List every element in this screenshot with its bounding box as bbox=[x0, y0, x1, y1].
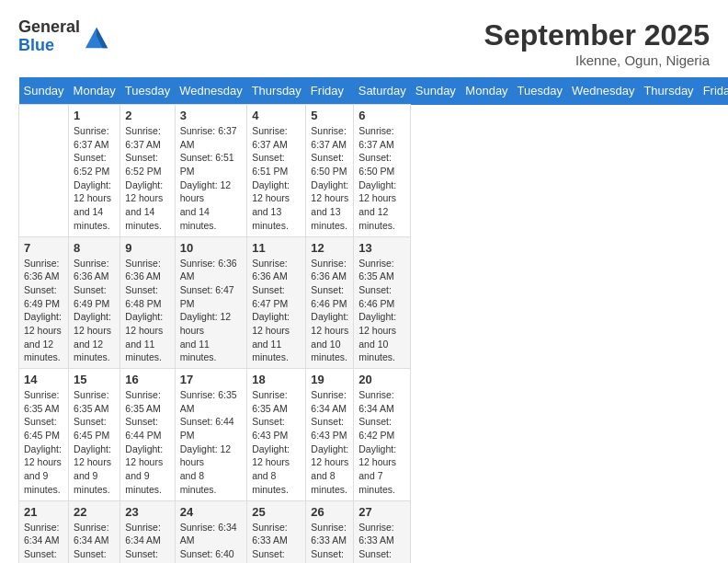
day-info: Sunrise: 6:37 AM Sunset: 6:52 PM Dayligh… bbox=[74, 125, 111, 231]
calendar-cell: 24Sunrise: 6:34 AM Sunset: 6:40 PM Dayli… bbox=[175, 500, 246, 563]
day-number: 14 bbox=[24, 373, 63, 386]
day-number: 9 bbox=[125, 241, 169, 255]
day-header-sunday: Sunday bbox=[411, 77, 461, 105]
day-info: Sunrise: 6:34 AM Sunset: 6:40 PM Dayligh… bbox=[125, 522, 163, 564]
calendar-cell: 1Sunrise: 6:37 AM Sunset: 6:52 PM Daylig… bbox=[69, 105, 120, 237]
day-info: Sunrise: 6:35 AM Sunset: 6:45 PM Dayligh… bbox=[24, 389, 62, 495]
calendar-cell: 6Sunrise: 6:37 AM Sunset: 6:50 PM Daylig… bbox=[354, 105, 411, 237]
month-title: September 2025 bbox=[484, 18, 710, 52]
day-number: 18 bbox=[252, 373, 301, 386]
calendar-cell: 7Sunrise: 6:36 AM Sunset: 6:49 PM Daylig… bbox=[19, 236, 69, 369]
title-area: September 2025 Ikenne, Ogun, Nigeria bbox=[484, 18, 710, 68]
day-info: Sunrise: 6:36 AM Sunset: 6:49 PM Dayligh… bbox=[24, 258, 62, 363]
day-info: Sunrise: 6:37 AM Sunset: 6:51 PM Dayligh… bbox=[180, 125, 237, 231]
page-header: General Blue September 2025 Ikenne, Ogun… bbox=[18, 18, 710, 68]
day-header-thursday: Thursday bbox=[639, 77, 698, 105]
day-info: Sunrise: 6:37 AM Sunset: 6:50 PM Dayligh… bbox=[358, 125, 396, 231]
day-number: 5 bbox=[311, 109, 348, 122]
day-info: Sunrise: 6:37 AM Sunset: 6:50 PM Dayligh… bbox=[311, 125, 348, 231]
calendar-cell: 21Sunrise: 6:34 AM Sunset: 6:42 PM Dayli… bbox=[19, 500, 69, 563]
day-info: Sunrise: 6:35 AM Sunset: 6:44 PM Dayligh… bbox=[180, 389, 237, 495]
day-header-monday: Monday bbox=[69, 77, 120, 105]
day-info: Sunrise: 6:33 AM Sunset: 6:39 PM Dayligh… bbox=[252, 522, 290, 564]
calendar-header-row: SundayMondayTuesdayWednesdayThursdayFrid… bbox=[19, 77, 729, 105]
logo-blue-text: Blue bbox=[18, 37, 80, 55]
logo-icon bbox=[84, 24, 109, 50]
calendar-cell: 20Sunrise: 6:34 AM Sunset: 6:42 PM Dayli… bbox=[354, 369, 411, 501]
calendar-cell: 14Sunrise: 6:35 AM Sunset: 6:45 PM Dayli… bbox=[19, 369, 69, 501]
day-number: 1 bbox=[74, 109, 115, 122]
day-number: 12 bbox=[311, 241, 348, 255]
day-header-tuesday: Tuesday bbox=[120, 77, 175, 105]
calendar-cell: 27Sunrise: 6:33 AM Sunset: 6:38 PM Dayli… bbox=[354, 500, 411, 563]
day-info: Sunrise: 6:36 AM Sunset: 6:49 PM Dayligh… bbox=[74, 258, 111, 363]
day-number: 11 bbox=[252, 241, 301, 255]
calendar-cell: 9Sunrise: 6:36 AM Sunset: 6:48 PM Daylig… bbox=[120, 236, 175, 369]
day-number: 25 bbox=[252, 505, 301, 519]
day-info: Sunrise: 6:34 AM Sunset: 6:42 PM Dayligh… bbox=[24, 522, 62, 564]
day-number: 4 bbox=[252, 109, 301, 122]
calendar-cell: 26Sunrise: 6:33 AM Sunset: 6:39 PM Dayli… bbox=[306, 500, 354, 563]
calendar-cell bbox=[19, 105, 69, 237]
day-info: Sunrise: 6:35 AM Sunset: 6:43 PM Dayligh… bbox=[252, 389, 290, 495]
day-header-wednesday: Wednesday bbox=[175, 77, 246, 105]
calendar-cell: 11Sunrise: 6:36 AM Sunset: 6:47 PM Dayli… bbox=[247, 236, 306, 369]
day-number: 16 bbox=[125, 373, 169, 386]
day-header-sunday: Sunday bbox=[19, 77, 69, 105]
calendar-cell: 12Sunrise: 6:36 AM Sunset: 6:46 PM Dayli… bbox=[306, 236, 354, 369]
day-info: Sunrise: 6:33 AM Sunset: 6:38 PM Dayligh… bbox=[358, 522, 396, 564]
day-number: 7 bbox=[24, 241, 63, 255]
day-info: Sunrise: 6:33 AM Sunset: 6:39 PM Dayligh… bbox=[311, 522, 348, 564]
calendar-cell: 4Sunrise: 6:37 AM Sunset: 6:51 PM Daylig… bbox=[247, 105, 306, 237]
day-number: 23 bbox=[125, 505, 169, 519]
day-number: 21 bbox=[24, 505, 63, 519]
day-header-saturday: Saturday bbox=[354, 77, 411, 105]
day-info: Sunrise: 6:35 AM Sunset: 6:45 PM Dayligh… bbox=[74, 389, 111, 495]
day-number: 6 bbox=[358, 109, 405, 122]
day-info: Sunrise: 6:35 AM Sunset: 6:46 PM Dayligh… bbox=[358, 258, 396, 363]
day-number: 20 bbox=[358, 373, 405, 386]
calendar-cell: 3Sunrise: 6:37 AM Sunset: 6:51 PM Daylig… bbox=[175, 105, 246, 237]
day-header-wednesday: Wednesday bbox=[567, 77, 639, 105]
day-number: 10 bbox=[180, 241, 242, 255]
calendar-week-3: 14Sunrise: 6:35 AM Sunset: 6:45 PM Dayli… bbox=[19, 369, 729, 501]
day-header-thursday: Thursday bbox=[247, 77, 306, 105]
location: Ikenne, Ogun, Nigeria bbox=[484, 52, 710, 68]
day-number: 22 bbox=[74, 505, 115, 519]
calendar-cell: 10Sunrise: 6:36 AM Sunset: 6:47 PM Dayli… bbox=[175, 236, 246, 369]
day-info: Sunrise: 6:34 AM Sunset: 6:41 PM Dayligh… bbox=[74, 522, 111, 564]
calendar-week-1: 1Sunrise: 6:37 AM Sunset: 6:52 PM Daylig… bbox=[19, 105, 729, 237]
day-info: Sunrise: 6:34 AM Sunset: 6:42 PM Dayligh… bbox=[358, 389, 396, 495]
logo-general-text: General bbox=[18, 18, 80, 37]
calendar-cell: 13Sunrise: 6:35 AM Sunset: 6:46 PM Dayli… bbox=[354, 236, 411, 369]
calendar-cell: 8Sunrise: 6:36 AM Sunset: 6:49 PM Daylig… bbox=[69, 236, 120, 369]
day-number: 27 bbox=[358, 505, 405, 519]
day-info: Sunrise: 6:34 AM Sunset: 6:40 PM Dayligh… bbox=[180, 522, 237, 564]
calendar-week-2: 7Sunrise: 6:36 AM Sunset: 6:49 PM Daylig… bbox=[19, 236, 729, 369]
day-number: 2 bbox=[125, 109, 169, 122]
logo: General Blue bbox=[18, 18, 109, 55]
calendar-cell: 15Sunrise: 6:35 AM Sunset: 6:45 PM Dayli… bbox=[69, 369, 120, 501]
calendar-cell: 25Sunrise: 6:33 AM Sunset: 6:39 PM Dayli… bbox=[247, 500, 306, 563]
calendar-cell: 23Sunrise: 6:34 AM Sunset: 6:40 PM Dayli… bbox=[120, 500, 175, 563]
calendar-cell: 18Sunrise: 6:35 AM Sunset: 6:43 PM Dayli… bbox=[247, 369, 306, 501]
day-info: Sunrise: 6:35 AM Sunset: 6:44 PM Dayligh… bbox=[125, 389, 163, 495]
day-header-monday: Monday bbox=[461, 77, 512, 105]
day-info: Sunrise: 6:36 AM Sunset: 6:47 PM Dayligh… bbox=[180, 258, 237, 363]
calendar-table: SundayMondayTuesdayWednesdayThursdayFrid… bbox=[18, 77, 728, 563]
day-info: Sunrise: 6:34 AM Sunset: 6:43 PM Dayligh… bbox=[311, 389, 348, 495]
day-number: 15 bbox=[74, 373, 115, 386]
day-info: Sunrise: 6:36 AM Sunset: 6:48 PM Dayligh… bbox=[125, 258, 163, 363]
day-header-friday: Friday bbox=[306, 77, 354, 105]
calendar-week-4: 21Sunrise: 6:34 AM Sunset: 6:42 PM Dayli… bbox=[19, 500, 729, 563]
day-number: 24 bbox=[180, 505, 242, 519]
day-info: Sunrise: 6:36 AM Sunset: 6:47 PM Dayligh… bbox=[252, 258, 290, 363]
day-number: 19 bbox=[311, 373, 348, 386]
calendar-cell: 17Sunrise: 6:35 AM Sunset: 6:44 PM Dayli… bbox=[175, 369, 246, 501]
day-number: 17 bbox=[180, 373, 242, 386]
day-number: 13 bbox=[358, 241, 405, 255]
day-info: Sunrise: 6:37 AM Sunset: 6:52 PM Dayligh… bbox=[125, 125, 163, 231]
calendar-cell: 19Sunrise: 6:34 AM Sunset: 6:43 PM Dayli… bbox=[306, 369, 354, 501]
calendar-cell: 16Sunrise: 6:35 AM Sunset: 6:44 PM Dayli… bbox=[120, 369, 175, 501]
calendar-cell: 5Sunrise: 6:37 AM Sunset: 6:50 PM Daylig… bbox=[306, 105, 354, 237]
